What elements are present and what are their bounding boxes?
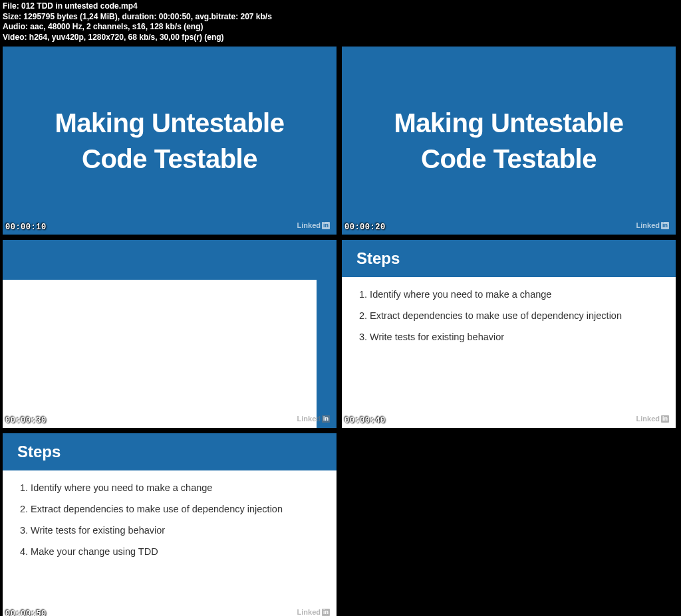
slide-title-line1: Making Untestable (394, 105, 624, 141)
thumbnail-4: Steps 1. Identify where you need to make… (342, 240, 676, 428)
thumbnail-grid: Making Untestable Code Testable Linked i… (0, 44, 681, 616)
step-item: 3. Write tests for existing behavior (20, 525, 319, 536)
thumbnail-3: Linked in 00:00:30 (3, 240, 337, 428)
meta-audio-value: aac, 48000 Hz, 2 channels, s16, 128 kb/s… (30, 22, 203, 31)
linkedin-watermark: Linked in (297, 221, 330, 229)
linkedin-text: Linked (636, 415, 660, 423)
timestamp: 00:00:50 (5, 609, 47, 616)
step-item: 1. Identify where you need to make a cha… (359, 289, 658, 300)
linkedin-text: Linked (636, 221, 660, 229)
step-item: 1. Identify where you need to make a cha… (20, 482, 319, 493)
thumbnail-2: Making Untestable Code Testable Linked i… (342, 47, 676, 235)
steps-list: 1. Identify where you need to make a cha… (342, 277, 676, 365)
thumbnail-1: Making Untestable Code Testable Linked i… (3, 47, 337, 235)
linkedin-in-icon: in (322, 415, 330, 423)
linkedin-watermark: Linked in (636, 221, 669, 229)
meta-size-value: 1295795 bytes (1,24 MiB), duration: 00:0… (23, 12, 272, 21)
linkedin-text: Linked (297, 415, 321, 423)
steps-heading: Steps (3, 433, 337, 470)
timestamp: 00:00:30 (5, 416, 47, 425)
step-item: 4. Make your change using TDD (20, 546, 319, 557)
linkedin-in-icon: in (322, 222, 330, 229)
meta-video-label: Video: (3, 33, 27, 42)
steps-heading: Steps (342, 240, 676, 277)
step-item: 2. Extract dependencies to make use of d… (20, 504, 319, 514)
blank-side-bar (317, 280, 337, 428)
linkedin-watermark: Linked in (297, 608, 330, 616)
steps-list: 1. Identify where you need to make a cha… (3, 470, 337, 579)
timestamp: 00:00:20 (344, 223, 386, 232)
meta-size: Size: 1295795 bytes (1,24 MiB), duration… (3, 12, 678, 23)
slide-title-line1: Making Untestable (55, 105, 285, 141)
slide-title-line2: Code Testable (394, 141, 624, 177)
slide-title-line2: Code Testable (55, 141, 285, 177)
blank-header-bar (3, 240, 337, 280)
step-item: 3. Write tests for existing behavior (359, 332, 658, 342)
step-item: 2. Extract dependencies to make use of d… (359, 310, 658, 321)
meta-video: Video: h264, yuv420p, 1280x720, 68 kb/s,… (3, 33, 678, 43)
meta-audio: Audio: aac, 48000 Hz, 2 channels, s16, 1… (3, 22, 678, 33)
linkedin-watermark: Linked in (636, 415, 669, 423)
meta-audio-label: Audio: (3, 22, 28, 31)
linkedin-watermark: Linked in (297, 415, 330, 423)
meta-file-label: File: (3, 1, 19, 11)
slide-title: Making Untestable Code Testable (55, 105, 285, 177)
meta-size-label: Size: (3, 12, 21, 21)
linkedin-text: Linked (297, 221, 321, 229)
linkedin-text: Linked (297, 608, 321, 616)
slide-title: Making Untestable Code Testable (394, 105, 624, 177)
meta-file-value: 012 TDD in untested code.mp4 (21, 1, 138, 11)
meta-video-value: h264, yuv420p, 1280x720, 68 kb/s, 30,00 … (29, 33, 224, 42)
timestamp: 00:00:10 (5, 223, 47, 232)
linkedin-in-icon: in (322, 609, 330, 616)
thumbnail-5: Steps 1. Identify where you need to make… (3, 433, 337, 616)
linkedin-in-icon: in (661, 222, 669, 229)
meta-file: File: 012 TDD in untested code.mp4 (3, 1, 678, 12)
timestamp: 00:00:40 (344, 416, 386, 425)
linkedin-in-icon: in (661, 415, 669, 423)
media-info-block: File: 012 TDD in untested code.mp4 Size:… (0, 0, 681, 44)
